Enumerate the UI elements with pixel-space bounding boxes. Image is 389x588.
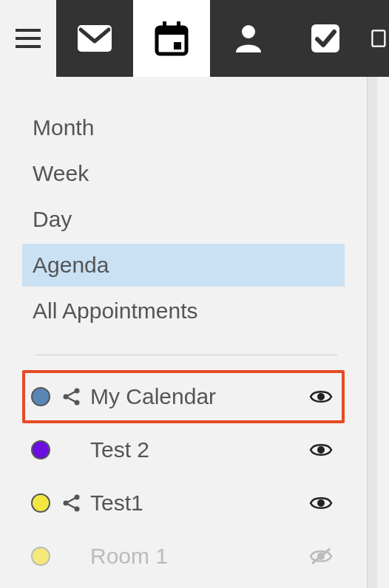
calendar-sidebar: Month Week Day Agenda All Appointments xyxy=(0,77,367,588)
view-week[interactable]: Week xyxy=(22,152,345,195)
note-icon xyxy=(370,21,389,55)
tab-tasks[interactable] xyxy=(287,0,364,77)
eye-icon[interactable] xyxy=(306,389,336,405)
svg-rect-11 xyxy=(372,30,385,46)
svg-point-17 xyxy=(317,393,325,400)
eye-icon[interactable] xyxy=(306,495,336,511)
calendar-label: Test 2 xyxy=(90,437,306,462)
calendar-color-dot xyxy=(31,387,50,406)
divider xyxy=(35,355,337,355)
eye-off-icon[interactable] xyxy=(306,547,336,565)
calendar-color-dot xyxy=(31,440,50,459)
top-toolbar xyxy=(0,0,389,77)
mail-icon xyxy=(76,24,113,53)
svg-point-18 xyxy=(317,446,325,454)
svg-rect-6 xyxy=(163,21,166,30)
view-all-appointments[interactable]: All Appointments xyxy=(22,290,345,332)
calendar-list: My Calendar Test 2 xyxy=(0,370,367,583)
svg-point-9 xyxy=(242,25,255,38)
calendar-item-test-2[interactable]: Test 2 xyxy=(22,423,345,476)
svg-line-15 xyxy=(67,392,75,396)
calendar-color-dot xyxy=(31,493,50,513)
calendar-label: Test1 xyxy=(90,490,306,516)
view-day[interactable]: Day xyxy=(22,198,345,241)
svg-point-24 xyxy=(317,499,325,507)
svg-line-22 xyxy=(67,498,75,502)
hamburger-icon xyxy=(16,29,41,48)
svg-rect-5 xyxy=(157,27,186,35)
calendar-item-room-1[interactable]: Room 1 xyxy=(22,530,345,583)
calendar-icon xyxy=(153,20,190,57)
calendar-color-dot xyxy=(31,547,50,566)
calendar-item-test1[interactable]: Test1 xyxy=(22,476,345,530)
calendar-label: Room 1 xyxy=(90,544,306,569)
calendar-label: My Calendar xyxy=(90,384,306,409)
svg-rect-7 xyxy=(177,21,180,30)
tab-notes[interactable] xyxy=(364,0,389,77)
calendar-item-my-calendar[interactable]: My Calendar xyxy=(22,370,345,423)
tab-contacts[interactable] xyxy=(210,0,287,77)
share-icon xyxy=(61,387,83,406)
svg-rect-1 xyxy=(16,37,41,40)
eye-icon[interactable] xyxy=(306,442,336,458)
view-month[interactable]: Month xyxy=(22,106,345,149)
person-icon xyxy=(231,21,265,55)
tab-calendar[interactable] xyxy=(133,0,210,77)
app-tabs xyxy=(56,0,389,77)
content-area: Month Week Day Agenda All Appointments xyxy=(0,77,389,588)
tab-mail[interactable] xyxy=(56,0,133,77)
view-agenda[interactable]: Agenda xyxy=(22,244,345,287)
svg-rect-0 xyxy=(16,29,41,32)
right-gap xyxy=(377,77,389,588)
view-mode-list: Month Week Day Agenda All Appointments xyxy=(0,106,367,332)
share-icon xyxy=(61,493,83,513)
svg-line-16 xyxy=(67,397,75,402)
menu-button[interactable] xyxy=(0,0,56,77)
svg-rect-8 xyxy=(174,42,181,49)
svg-line-23 xyxy=(67,504,75,508)
svg-rect-2 xyxy=(16,45,41,48)
check-icon xyxy=(308,21,342,55)
scrollbar[interactable] xyxy=(367,77,377,588)
